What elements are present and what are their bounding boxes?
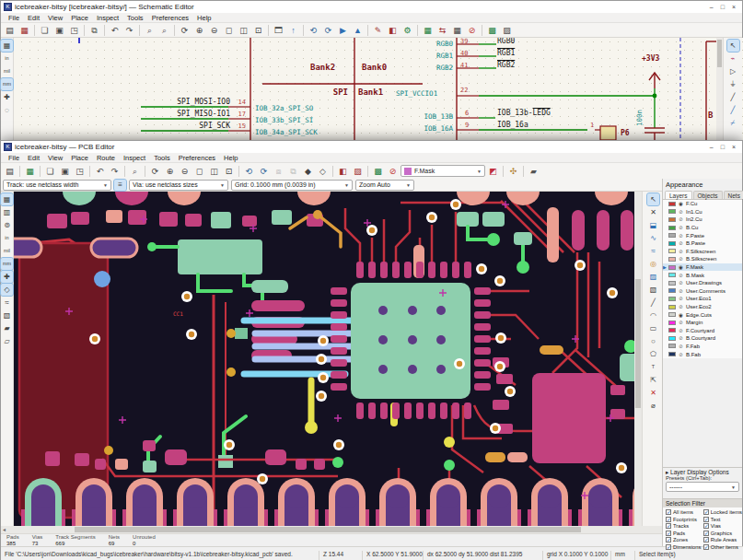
schematic-titlebar[interactable]: K icebreaker-bitsy [icebreaker-bitsy/] —…	[1, 1, 742, 13]
close-button[interactable]: ×	[732, 141, 736, 153]
draw-line-icon[interactable]: ╱	[647, 297, 659, 309]
zoom-selection-icon[interactable]: ◫	[207, 165, 221, 178]
layer-row-b-mask[interactable]: ⊘B.Mask	[663, 271, 742, 279]
plot-icon[interactable]: ◳	[67, 24, 81, 37]
filter-item-locked-items[interactable]: ✓Locked items	[703, 509, 742, 516]
grid-toggle-icon[interactable]: ▦	[1, 40, 13, 52]
zoom-out-icon[interactable]: ⊖	[207, 24, 221, 37]
filter-item-pads[interactable]: ✓Pads	[666, 531, 703, 537]
track-width-edit-button[interactable]: ≡	[114, 180, 126, 191]
rule-area-icon[interactable]: ▧	[647, 284, 659, 296]
checkbox[interactable]: ✓	[666, 531, 671, 536]
zoom-in-icon[interactable]: ⊕	[192, 24, 206, 37]
layer-row-edge-cuts[interactable]: ◉Edge.Cuts	[663, 310, 742, 319]
minimize-button[interactable]: –	[710, 1, 714, 13]
draw-circle-icon[interactable]: ○	[647, 335, 659, 347]
zone-outline-icon[interactable]: ▱	[1, 335, 13, 347]
menu-place[interactable]: Place	[67, 14, 92, 22]
menu-file[interactable]: File	[5, 14, 23, 22]
filter-item-text[interactable]: ✓Text	[703, 517, 742, 523]
route-diffpair-icon[interactable]: ≈	[647, 245, 659, 257]
pcb-window-buttons[interactable]: – □ ×	[710, 141, 739, 153]
maximize-button[interactable]: □	[721, 141, 725, 153]
schematic-vertical-scrollbar[interactable]	[716, 38, 723, 148]
find-icon[interactable]: ⌕	[128, 165, 142, 178]
filter-item-rule-areas[interactable]: ✓Rule Areas	[703, 537, 742, 543]
menu-preferences[interactable]: Preferences	[148, 14, 192, 22]
layer-hidden-icon[interactable]: ⊘	[678, 335, 684, 341]
zoom-dropdown[interactable]: Zoom Auto▼	[355, 180, 414, 191]
menu-tools[interactable]: Tools	[123, 14, 147, 22]
units-inch-icon[interactable]: in	[1, 52, 13, 64]
place-footprint-icon[interactable]: ⬓	[647, 219, 659, 231]
menu-tools[interactable]: Tools	[150, 154, 174, 162]
place-text-icon[interactable]: T	[647, 361, 659, 373]
layer-row-b-courtyard[interactable]: ⊘B.Courtyard	[663, 334, 742, 343]
layer-color-swatch[interactable]	[668, 217, 676, 222]
checkbox[interactable]: ✓	[703, 537, 709, 542]
cursor-shape-icon[interactable]: ✚	[1, 271, 13, 283]
layer-color-swatch[interactable]	[668, 202, 676, 206]
checkbox[interactable]: ✓	[703, 544, 709, 550]
ungroup-icon[interactable]: ⧉	[286, 165, 300, 178]
menu-inspect[interactable]: Inspect	[93, 14, 122, 22]
units-mm-icon[interactable]: mm	[1, 78, 13, 90]
layer-row-margin[interactable]: ⊘Margin	[663, 319, 742, 327]
layer-hidden-icon[interactable]: ⊘	[678, 304, 684, 309]
refresh-icon[interactable]: ⟳	[148, 165, 162, 178]
plot-icon[interactable]: ◳	[73, 165, 87, 178]
draw-arc-icon[interactable]: ◠	[647, 309, 659, 321]
menu-route[interactable]: Route	[93, 154, 119, 162]
measure-icon[interactable]: ⌀	[647, 400, 659, 412]
layer-hidden-icon[interactable]: ⊘	[678, 273, 684, 278]
layer-row-b-paste[interactable]: ⊘B.Paste	[663, 239, 742, 248]
draw-polygon-icon[interactable]: ⬠	[647, 348, 659, 360]
layer-color-swatch[interactable]	[668, 288, 676, 293]
draw-zone-icon[interactable]: ▨	[647, 271, 659, 283]
pcb-titlebar[interactable]: K icebreaker-bitsy — PCB Editor – □ ×	[1, 141, 742, 153]
polar-coords-icon[interactable]: ⊚	[1, 219, 13, 231]
schematic-canvas[interactable]: SPI_MOSI-IO0SPI_MISO-IO1SPI_SCK141715IOB…	[1, 38, 743, 148]
properties-panel-icon[interactable]: ▰	[527, 165, 540, 178]
menu-preferences[interactable]: Preferences	[175, 154, 219, 162]
place-symbol-icon[interactable]: ▷	[727, 65, 739, 77]
layer-hidden-icon[interactable]: ⊘	[678, 216, 684, 222]
checkbox[interactable]: ✓	[703, 531, 709, 536]
active-layer-dropdown[interactable]: F.Mask ▼	[401, 165, 485, 177]
layer-row-f-paste[interactable]: ⊘F.Paste	[663, 231, 742, 239]
tab-layers[interactable]: Layers	[665, 191, 692, 199]
dimension-icon[interactable]: ⇱	[647, 374, 659, 386]
redo-icon[interactable]: ↷	[108, 165, 122, 178]
mirror-h-icon[interactable]: ▲	[351, 24, 365, 37]
units-mm-icon[interactable]: mm	[1, 258, 13, 270]
filter-item-vias[interactable]: ✓Vias	[703, 523, 742, 530]
presets-dropdown[interactable]: ------▼	[666, 482, 739, 492]
redo-icon[interactable]: ↷	[122, 24, 136, 37]
annotate-icon[interactable]: ⚙	[401, 24, 414, 37]
zoom-objects-icon[interactable]: ⊡	[251, 24, 265, 37]
layer-row-in2-cu[interactable]: ⊘In2.Cu	[663, 216, 742, 224]
zone-fill-icon[interactable]: ▰	[1, 322, 13, 334]
layer-color-swatch[interactable]	[668, 273, 676, 277]
layer-row-f-silkscreen[interactable]: ⊘F.Silkscreen	[663, 248, 742, 256]
units-inch-icon[interactable]: in	[1, 232, 13, 244]
layer-hidden-icon[interactable]: ⊘	[678, 233, 684, 239]
fp-library-icon[interactable]: ▨	[351, 165, 365, 178]
layer-color-swatch[interactable]	[668, 321, 676, 325]
layer-row-f-courtyard[interactable]: ⊘F.Courtyard	[663, 327, 742, 335]
layer-hidden-icon[interactable]: ⊘	[678, 344, 684, 349]
checkbox[interactable]: ✓	[703, 523, 709, 529]
layer-hidden-icon[interactable]: ⊘	[678, 280, 684, 286]
pcb-horizontal-scrollbar[interactable]: ◂	[1, 526, 664, 533]
find-replace-icon[interactable]: ⌕	[157, 24, 171, 37]
mirror-v-icon[interactable]: ▶	[336, 24, 350, 37]
pcb-canvas[interactable]: CC1	[14, 192, 634, 526]
drc-icon[interactable]: ⊘	[386, 165, 400, 178]
units-mil-icon[interactable]: mil	[1, 65, 13, 77]
undo-icon[interactable]: ↶	[93, 165, 107, 178]
checkbox[interactable]: ✓	[666, 517, 671, 522]
layer-color-swatch[interactable]	[668, 281, 676, 286]
select-tool-icon[interactable]: ↖	[727, 40, 739, 52]
layer-color-swatch[interactable]	[668, 328, 676, 332]
checkbox[interactable]: ✓	[666, 537, 671, 542]
